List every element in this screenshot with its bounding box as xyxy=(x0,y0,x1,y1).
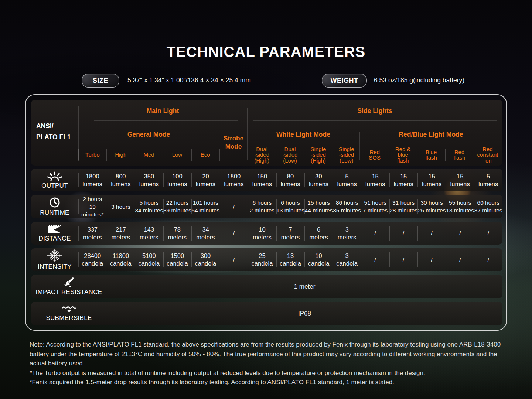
footnote-drop: *Fenix acquired the 1.5-meter drop resul… xyxy=(30,378,507,387)
intensity-cell: 25 candela xyxy=(248,248,276,271)
row-label-intensity: INTENSITY xyxy=(31,248,78,271)
distance-cell: / xyxy=(474,222,502,245)
sub-column-label: Red constant -on xyxy=(474,146,502,164)
ansi-plato-label: ANSI/ PLATO FL1 xyxy=(36,120,78,143)
sub-column-label: Red SOS xyxy=(361,146,389,164)
footnotes: Note: According to the ANSI/PLATO FL1 st… xyxy=(30,340,507,387)
table-row-output: OUTPUT 1800 lumens800 lumens350 lumens10… xyxy=(31,169,502,191)
page-title: TECHNICAL PARAMETERS xyxy=(0,44,532,60)
table-row-distance: DISTANCE 337 meters217 meters143 meters7… xyxy=(31,222,502,245)
runtime-cell: 86 hours 35 minutes xyxy=(333,195,361,218)
runtime-cell: 6 hours 2 minutes xyxy=(248,195,276,218)
row-title: OUTPUT xyxy=(41,182,68,190)
weight-badge: WEIGHT xyxy=(322,74,367,88)
intensity-cell: / xyxy=(220,248,248,271)
row-title: SUBMERSIBLE xyxy=(46,314,92,322)
runtime-cell: 51 hours 7 minutes xyxy=(361,195,389,218)
runtime-cell: 101 hours 54 minutes xyxy=(191,195,220,218)
runtime-cell: 5 hours 34 minutes xyxy=(135,195,163,218)
mode-white-light: White Light Mode xyxy=(247,131,359,139)
distance-cell: 217 meters xyxy=(107,222,135,245)
sub-column-label: Blue flash xyxy=(417,146,445,164)
divider xyxy=(91,144,206,144)
divider xyxy=(253,144,353,144)
mode-red-blue-light: Red/Blue Light Mode xyxy=(359,131,502,139)
intensity-cell: / xyxy=(474,248,502,271)
intensity-cell: 13 candela xyxy=(276,248,305,271)
runtime-cell: 31 hours 28 minutes xyxy=(389,195,418,218)
size-badge-label: SIZE xyxy=(93,77,108,85)
output-cell: 15 lumens xyxy=(417,169,446,191)
runtime-cell: / xyxy=(220,195,248,218)
output-cell: 15 lumens xyxy=(361,169,389,191)
size-badge: SIZE xyxy=(82,74,119,88)
table-header: ANSI/ PLATO FL1 Main Light Side Lights G… xyxy=(31,100,502,166)
sub-column-label xyxy=(219,146,248,164)
intensity-cell: / xyxy=(389,248,418,271)
distance-cell: / xyxy=(389,222,418,245)
footnote-turbo: *The Turbo output is measured in total o… xyxy=(30,368,507,378)
distance-cell: 337 meters xyxy=(78,222,107,245)
distance-cell: 34 meters xyxy=(191,222,220,245)
intensity-cell: 11800 candela xyxy=(107,248,135,271)
distance-cell: 7 meters xyxy=(276,222,305,245)
intensity-cell: / xyxy=(361,248,389,271)
runtime-cell: 30 hours 26 minutes xyxy=(417,195,446,218)
row-title: RUNTIME xyxy=(40,209,69,216)
sub-column-label: Low xyxy=(163,146,191,164)
distance-cell: 3 meters xyxy=(333,222,361,245)
target-icon xyxy=(47,249,62,262)
sub-column-label: Dual -sided (High) xyxy=(248,146,276,164)
table-row-impact-resistance: IMPACT RESISTANCE 1 meter xyxy=(31,275,502,298)
table-row-intensity: INTENSITY 28400 candela11800 candela5100… xyxy=(31,248,502,271)
runtime-cell: 60 hours 37 minutes xyxy=(474,195,502,218)
row-label-runtime: RUNTIME xyxy=(31,195,78,218)
mode-general: General Mode xyxy=(78,131,219,139)
distance-cell: 10 meters xyxy=(248,222,276,245)
impact-resistance-value: 1 meter xyxy=(107,275,502,298)
intensity-cell: 1500 candela xyxy=(163,248,192,271)
table-row-runtime: RUNTIME 2 hours 19 minutes*3 hours5 hour… xyxy=(31,195,502,218)
sub-column-headers: TurboHighMedLowEcoDual -sided (High)Dual… xyxy=(78,146,502,164)
distance-cell: / xyxy=(220,222,248,245)
intensity-cell: 3 candela xyxy=(333,248,361,271)
sub-column-label: Med xyxy=(135,146,163,164)
distance-cell: / xyxy=(361,222,389,245)
footnote-main: Note: According to the ANSI/PLATO FL1 st… xyxy=(30,340,507,368)
flag-icon xyxy=(48,224,61,234)
output-cell: 5 lumens xyxy=(474,169,502,191)
runtime-cell: 3 hours xyxy=(107,195,135,218)
table-row-submersible: SUBMERSIBLE IP68 xyxy=(31,302,502,325)
runtime-cell: 22 hours 39 minutes xyxy=(163,195,192,218)
sub-column-label: Single -sided (Low) xyxy=(332,146,361,164)
group-main-light: Main Light xyxy=(78,107,247,115)
divider xyxy=(366,144,496,144)
row-title: INTENSITY xyxy=(38,263,72,270)
intensity-cell: / xyxy=(446,248,474,271)
water-wave-icon xyxy=(62,305,76,313)
sub-column-label: Red flash xyxy=(445,146,473,164)
sub-column-label: Turbo xyxy=(78,146,106,164)
intensity-cell: / xyxy=(417,248,446,271)
output-cell: 1800 lumens xyxy=(78,169,107,191)
weight-badge-label: WEIGHT xyxy=(331,77,358,85)
output-cell: 350 lumens xyxy=(135,169,163,191)
weight-value: 6.53 oz/185 g(including battery) xyxy=(374,76,464,84)
output-cell: 100 lumens xyxy=(163,169,192,191)
distance-cell: 78 meters xyxy=(163,222,192,245)
sub-column-label: Eco xyxy=(191,146,219,164)
divider xyxy=(253,120,497,121)
runtime-cell: 6 hours 13 minutes xyxy=(276,195,305,218)
output-values: 1800 lumens800 lumens350 lumens100 lumen… xyxy=(78,169,502,191)
output-cell: 20 lumens xyxy=(191,169,220,191)
sub-column-label: High xyxy=(106,146,134,164)
distance-cell: / xyxy=(446,222,474,245)
clock-icon xyxy=(49,197,60,208)
distance-values: 337 meters217 meters143 meters78 meters3… xyxy=(78,222,502,245)
runtime-cell: 15 hours 44 minutes xyxy=(304,195,333,218)
distance-cell: 6 meters xyxy=(304,222,333,245)
impact-arrow-icon xyxy=(63,277,75,287)
output-cell: 150 lumens xyxy=(248,169,276,191)
intensity-cell: 10 candela xyxy=(304,248,333,271)
intensity-values: 28400 candela11800 candela5100 candela15… xyxy=(78,248,502,271)
